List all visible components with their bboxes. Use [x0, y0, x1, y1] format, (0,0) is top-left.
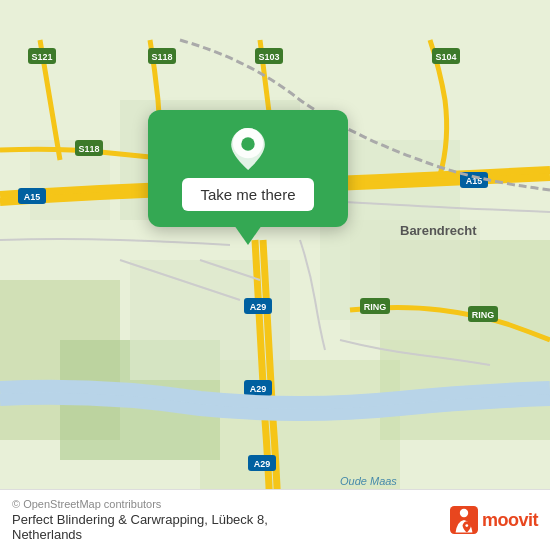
moovit-text: moovit [482, 510, 538, 531]
map-container: A15 A15 A15 A29 A29 A29 S103 S104 S121 S… [0, 0, 550, 550]
popup-bubble: Take me there [148, 110, 348, 227]
svg-text:S121: S121 [31, 52, 52, 62]
moovit-logo: moovit [450, 506, 538, 534]
svg-point-43 [460, 509, 468, 517]
location-country-text: Netherlands [12, 527, 82, 542]
location-pin-icon [227, 128, 269, 170]
location-name-text: Perfect Blindering & Carwrapping, Lübeck… [12, 512, 268, 527]
bottom-bar: © OpenStreetMap contributors Perfect Bli… [0, 489, 550, 550]
svg-text:S118: S118 [78, 144, 99, 154]
bottom-info: © OpenStreetMap contributors Perfect Bli… [12, 498, 268, 542]
svg-text:A29: A29 [250, 302, 267, 312]
svg-text:RING: RING [364, 302, 387, 312]
svg-text:RING: RING [472, 310, 495, 320]
svg-text:A15: A15 [24, 192, 41, 202]
svg-text:Oude Maas: Oude Maas [340, 475, 397, 487]
moovit-icon [450, 506, 478, 534]
take-me-there-button[interactable]: Take me there [182, 178, 313, 211]
location-name: Perfect Blindering & Carwrapping, Lübeck… [12, 512, 268, 542]
svg-text:Barendrecht: Barendrecht [400, 223, 477, 238]
svg-rect-10 [350, 220, 480, 340]
map-svg: A15 A15 A15 A29 A29 A29 S103 S104 S121 S… [0, 0, 550, 550]
svg-point-45 [465, 524, 468, 527]
svg-point-41 [241, 137, 254, 150]
copyright-text: © OpenStreetMap contributors [12, 498, 268, 510]
svg-rect-6 [200, 360, 400, 510]
svg-text:S103: S103 [258, 52, 279, 62]
svg-text:S104: S104 [435, 52, 456, 62]
svg-text:A29: A29 [250, 384, 267, 394]
svg-text:A29: A29 [254, 459, 271, 469]
svg-text:S118: S118 [151, 52, 172, 62]
